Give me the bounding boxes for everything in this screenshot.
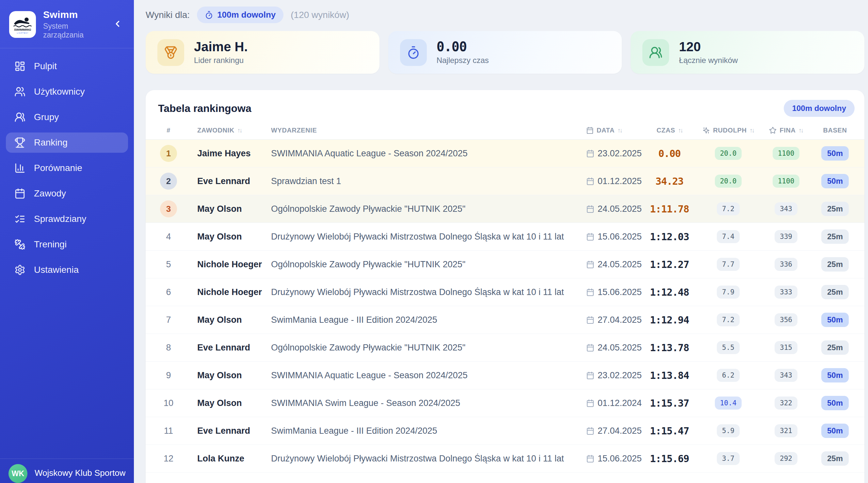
sidebar-item-label: Ustawienia bbox=[34, 265, 79, 275]
rudolph-badge: 7.2 bbox=[717, 202, 740, 215]
sidebar-item-pulpit[interactable]: Pulpit bbox=[6, 56, 128, 76]
table-row[interactable]: 7 May Olson SwimMania League - III Editi… bbox=[146, 306, 864, 334]
calendar-icon bbox=[586, 233, 594, 241]
table-row[interactable]: 1 Jaime Hayes SWIMMANIA Aquatic League -… bbox=[146, 140, 864, 167]
rank-badge: 6 bbox=[160, 284, 177, 300]
calendar-icon bbox=[586, 288, 594, 296]
users-icon bbox=[14, 86, 26, 97]
app-root: SWIMMING L I G H T W A Y Swimm System za… bbox=[0, 0, 868, 483]
total-results-value: 120 bbox=[679, 40, 738, 54]
rank-badge: 1 bbox=[160, 145, 177, 162]
result-date: 01.12.2025 bbox=[598, 176, 642, 186]
event-filter-chip[interactable]: 100m dowolny bbox=[197, 6, 283, 23]
rank-badge: 5 bbox=[160, 256, 177, 273]
results-count: (120 wyników) bbox=[291, 10, 349, 20]
result-time: 1:11.78 bbox=[641, 203, 699, 215]
calendar-icon bbox=[586, 205, 594, 213]
app-subtitle: System zarządzania bbox=[43, 22, 104, 39]
result-date: 24.05.2025 bbox=[598, 259, 642, 269]
best-time-value: 0.00 bbox=[437, 40, 489, 54]
sidebar-item-grupy[interactable]: Grupy bbox=[6, 107, 128, 127]
pool-badge: 25m bbox=[821, 341, 849, 355]
sidebar-header: SWIMMING L I G H T W A Y Swimm System za… bbox=[0, 0, 134, 48]
result-time: 1:15.69 bbox=[641, 453, 699, 464]
stat-card-best-time: 0.00 Najlepszy czas bbox=[388, 31, 622, 74]
sort-arrows-icon: ↑↓ bbox=[678, 127, 682, 134]
result-time: 1:12.48 bbox=[641, 287, 699, 298]
fina-badge: 339 bbox=[775, 230, 798, 243]
sidebar-nav: Pulpit Użytkownicy Grupy Ranking Porówna… bbox=[0, 48, 134, 458]
result-time: 1:12.03 bbox=[641, 231, 699, 243]
sidebar-item-label: Sprawdziany bbox=[34, 214, 86, 224]
stopwatch-icon bbox=[205, 11, 213, 19]
rudolph-badge: 7.9 bbox=[717, 286, 740, 299]
table-row[interactable]: 6 Nichole Hoeger Drużynowy Wielobój Pływ… bbox=[146, 278, 864, 306]
pool-badge: 25m bbox=[821, 229, 849, 244]
event-name: SWIMMANIA Aquatic League - Season 2024/2… bbox=[261, 371, 577, 381]
sidebar-item-uzytkownicy[interactable]: Użytkownicy bbox=[6, 82, 128, 102]
column-header-data[interactable]: DATA↑↓ bbox=[577, 127, 641, 134]
column-header-fina[interactable]: FINA↑↓ bbox=[758, 127, 814, 134]
calendar-icon bbox=[586, 260, 594, 268]
pool-badge: 25m bbox=[821, 451, 849, 466]
event-filter-label: 100m dowolny bbox=[217, 10, 276, 20]
results-for-label: Wyniki dla: bbox=[146, 10, 190, 20]
rudolph-badge: 6.2 bbox=[717, 369, 740, 382]
result-date: 23.02.2025 bbox=[598, 149, 642, 159]
result-time: 1:13.78 bbox=[641, 342, 699, 353]
column-header-rudolph[interactable]: RUDOLPH↑↓ bbox=[699, 127, 758, 134]
swimmer-name: Eve Lennard bbox=[183, 426, 261, 436]
rudolph-badge: 5.5 bbox=[717, 341, 740, 354]
group-icon bbox=[14, 111, 26, 123]
table-row[interactable]: 3 May Olson Ogólnopolskie Zawody Pływack… bbox=[146, 195, 864, 223]
calendar-icon bbox=[586, 455, 594, 463]
sidebar-item-label: Pulpit bbox=[34, 61, 57, 71]
event-name: SWIMMANIA Aquatic League - Season 2024/2… bbox=[261, 149, 577, 159]
column-header-czas[interactable]: CZAS↑↓ bbox=[641, 127, 699, 134]
swimm-logo: SWIMMING L I G H T W A Y bbox=[9, 11, 36, 38]
swimmer-name: Lola Kunze bbox=[183, 454, 261, 464]
rudolph-badge: 10.4 bbox=[715, 396, 742, 410]
column-header-zawodnik[interactable]: ZAWODNIK↑↓ bbox=[183, 127, 261, 134]
pool-badge: 50m bbox=[821, 174, 849, 188]
sidebar-item-label: Grupy bbox=[34, 112, 59, 122]
sidebar-item-label: Treningi bbox=[34, 239, 67, 250]
table-row[interactable]: 9 May Olson SWIMMANIA Aquatic League - S… bbox=[146, 362, 864, 389]
result-date: 15.06.2025 bbox=[598, 232, 642, 242]
rudolph-badge: 5.9 bbox=[717, 424, 740, 437]
stats-row: Jaime H. Lider rankingu 0.00 Najlepszy c… bbox=[146, 31, 864, 74]
sort-arrows-icon: ↑↓ bbox=[750, 127, 754, 134]
pool-badge: 50m bbox=[821, 368, 849, 383]
table-row[interactable]: 10 May Olson SWIMMANIA Swim League - Sea… bbox=[146, 389, 864, 417]
swimmer-name: May Olson bbox=[183, 398, 261, 408]
sidebar-item-porownanie[interactable]: Porównanie bbox=[6, 158, 128, 178]
calendar-icon bbox=[586, 177, 594, 185]
sidebar-item-sprawdziany[interactable]: Sprawdziany bbox=[6, 209, 128, 229]
sidebar-item-treningi[interactable]: Treningi bbox=[6, 234, 128, 255]
svg-text:L I G H T W A Y: L I G H T W A Y bbox=[17, 32, 28, 34]
result-time: 0.00 bbox=[641, 148, 699, 159]
sidebar-item-ustawienia[interactable]: Ustawienia bbox=[6, 260, 128, 280]
sidebar-collapse-button[interactable] bbox=[111, 17, 124, 32]
rudolph-badge: 20.0 bbox=[715, 147, 742, 160]
event-name: Drużynowy Wielobój Pływacki Mistrzostwa … bbox=[261, 287, 577, 297]
table-event-badge: 100m dowolny bbox=[784, 100, 855, 117]
table-row[interactable]: 2 Eve Lennard Sprawdzian test 1 01.12.20… bbox=[146, 167, 864, 195]
fina-badge: 356 bbox=[775, 313, 798, 326]
event-name: Sprawdzian test 1 bbox=[261, 176, 577, 186]
calendar-icon bbox=[586, 399, 594, 407]
sidebar-item-zawody[interactable]: Zawody bbox=[6, 184, 128, 204]
table-row[interactable]: 8 Eve Lennard Ogólnopolskie Zawody Pływa… bbox=[146, 334, 864, 362]
sidebar-item-ranking[interactable]: Ranking bbox=[6, 132, 128, 153]
table-row[interactable]: 4 May Olson Drużynowy Wielobój Pływacki … bbox=[146, 223, 864, 251]
sidebar-footer[interactable]: WK Wojskowy Klub Sportowy ... bbox=[0, 458, 134, 483]
gear-icon bbox=[14, 264, 26, 276]
best-time-label: Najlepszy czas bbox=[437, 56, 489, 65]
table-row[interactable]: 11 Eve Lennard SwimMania League - III Ed… bbox=[146, 417, 864, 445]
table-row[interactable]: 5 Nichole Hoeger Ogólnopolskie Zawody Pł… bbox=[146, 251, 864, 278]
result-date: 15.06.2025 bbox=[598, 454, 642, 464]
dumbbell-icon bbox=[14, 239, 26, 250]
club-name: Wojskowy Klub Sportowy ... bbox=[35, 468, 125, 478]
table-row[interactable]: 12 Lola Kunze Drużynowy Wielobój Pływack… bbox=[146, 445, 864, 473]
swimmer-name: May Olson bbox=[183, 204, 261, 214]
